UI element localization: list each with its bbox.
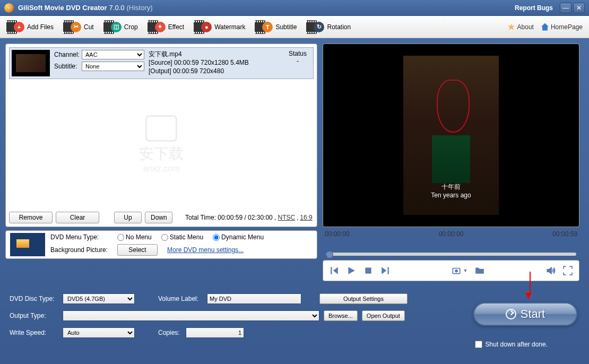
homepage-link[interactable]: HomePage: [541, 23, 583, 31]
minimize-button[interactable]: —: [560, 3, 571, 13]
shutdown-checkbox[interactable]: Shut down after done.: [475, 341, 548, 348]
refresh-icon: [506, 309, 516, 319]
app-icon: [4, 3, 14, 13]
about-link[interactable]: About: [508, 23, 534, 31]
no-menu-radio[interactable]: No Menu: [117, 233, 152, 241]
play-button[interactable]: [347, 266, 356, 275]
clear-button[interactable]: Clear: [56, 212, 99, 223]
copies-input[interactable]: [186, 327, 244, 338]
volume-button[interactable]: [546, 266, 556, 275]
menu-type-label: DVD Menu Type:: [50, 233, 113, 241]
preview-panel: 十年前Ten years ago: [323, 44, 579, 227]
disc-type-select[interactable]: DVD5 (4.7GB): [63, 293, 135, 304]
stop-button[interactable]: [363, 266, 373, 275]
file-list-panel: Channel:AAC Subtitle:None 安下载.mp4 [Sourc…: [5, 44, 317, 227]
home-icon: [541, 23, 549, 31]
menu-panel: DVD Menu Type: No Menu Static Menu Dynam…: [5, 230, 317, 259]
file-item[interactable]: Channel:AAC Subtitle:None 安下载.mp4 [Sourc…: [9, 47, 314, 79]
cut-button[interactable]: ✂Cut: [63, 16, 94, 38]
report-bugs-link[interactable]: Report Bugs: [515, 4, 553, 12]
prev-button[interactable]: [330, 266, 339, 275]
channel-label: Channel:: [54, 51, 80, 58]
menu-thumbnail: [10, 233, 45, 256]
volume-label-input[interactable]: [207, 293, 301, 304]
write-speed-label: Write Speed:: [10, 329, 58, 336]
svg-point-2: [455, 270, 458, 273]
time-mid: 00:00:00: [439, 230, 464, 238]
history-link[interactable]: (History): [127, 4, 153, 12]
more-menu-settings-link[interactable]: More DVD menu settings...: [167, 246, 244, 254]
file-thumbnail: [12, 50, 50, 76]
up-button[interactable]: Up: [114, 212, 142, 223]
close-button[interactable]: ✕: [573, 3, 585, 13]
fullscreen-button[interactable]: [563, 266, 573, 275]
down-button[interactable]: Down: [145, 212, 172, 223]
write-speed-select[interactable]: Auto: [63, 327, 135, 338]
effect-button[interactable]: ✦Effect: [148, 16, 184, 38]
folder-button[interactable]: [475, 266, 484, 275]
status-header: Status: [284, 50, 311, 57]
output-settings-button[interactable]: Output Settings: [319, 293, 408, 304]
app-name: GiliSoft Movie DVD Creator: [18, 4, 107, 12]
ntsc-link[interactable]: NTSC: [278, 214, 296, 221]
star-icon: [508, 23, 515, 31]
status-value: -: [284, 57, 311, 65]
subtitle-select[interactable]: None: [82, 62, 144, 71]
watermark-button[interactable]: ●Watermark: [194, 16, 245, 38]
video-frame: 十年前Ten years ago: [403, 56, 499, 215]
watermark-overlay: 安下载 anxz.com: [139, 115, 184, 174]
start-button[interactable]: Start: [473, 302, 577, 326]
static-menu-radio[interactable]: Static Menu: [161, 233, 203, 241]
bg-picture-label: Background Picture:: [50, 246, 113, 254]
total-time: Total Time: 00:00:59 / 02:30:00 , NTSC ,…: [185, 214, 313, 221]
channel-select[interactable]: AAC: [82, 50, 144, 59]
snapshot-button[interactable]: [452, 266, 461, 275]
disc-type-label: DVD Disc Type:: [10, 295, 58, 302]
add-files-button[interactable]: +Add Files: [6, 16, 54, 38]
remove-button[interactable]: Remove: [9, 212, 53, 223]
select-bg-button[interactable]: Select: [117, 244, 158, 256]
titlebar: GiliSoft Movie DVD Creator 7.0.0 (Histor…: [0, 0, 589, 16]
output-type-select[interactable]: [63, 310, 319, 321]
browse-button[interactable]: Browse...: [324, 310, 358, 321]
dynamic-menu-radio[interactable]: Dynamic Menu: [213, 233, 264, 241]
crop-button[interactable]: ◫Crop: [103, 16, 138, 38]
timeline-slider[interactable]: [326, 253, 576, 256]
copies-label: Copies:: [158, 329, 181, 336]
file-info: 安下载.mp4 [Source] 00:00:59 720x1280 5.4MB…: [149, 50, 280, 76]
open-output-button[interactable]: Open Output: [362, 310, 405, 321]
toolbar: +Add Files ✂Cut ◫Crop ✦Effect ●Watermark…: [0, 16, 589, 38]
volume-label-label: Volume Label:: [158, 295, 203, 302]
player-controls: ▼: [323, 260, 579, 281]
subtitle-button[interactable]: TSubtitle: [255, 16, 297, 38]
rotation-button[interactable]: ↻Rotation: [306, 16, 351, 38]
svg-rect-0: [365, 267, 371, 273]
next-button[interactable]: [380, 266, 390, 275]
ratio-link[interactable]: 16:9: [300, 214, 312, 221]
app-version: 7.0.0: [109, 4, 125, 12]
subtitle-label: Subtitle:: [54, 63, 80, 70]
time-start: 00:00:00: [325, 230, 350, 238]
time-end: 00:00:59: [552, 230, 577, 238]
output-type-label: Output Type:: [10, 312, 58, 319]
